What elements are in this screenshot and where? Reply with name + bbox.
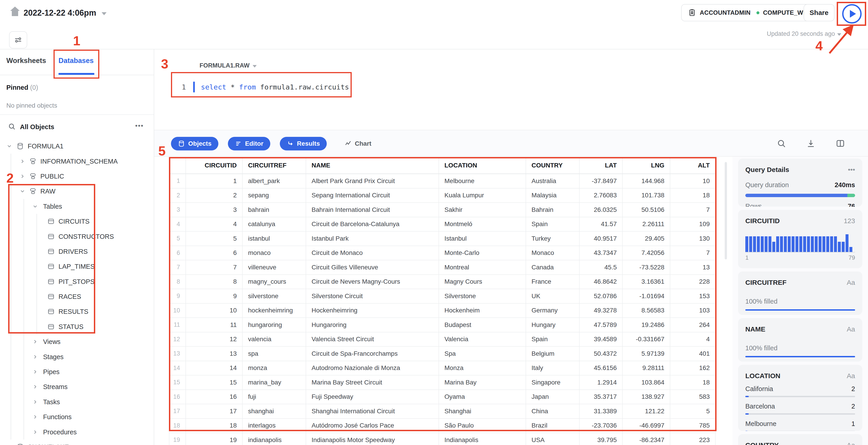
table-cell: 228 (670, 275, 716, 289)
title-dropdown-caret-icon[interactable] (101, 12, 106, 15)
table-row[interactable]: 33bahrainBahrain International CircuitSa… (169, 203, 716, 217)
table-row[interactable]: 1515marina_bayMarina Bay Street CircuitM… (169, 375, 716, 390)
table-icon (47, 278, 55, 285)
column-header-name[interactable]: NAME (306, 157, 439, 174)
more-options-icon[interactable]: ••• (135, 122, 144, 130)
column-header-circuitid[interactable]: CIRCUITID (186, 157, 243, 174)
histogram-bar (753, 236, 756, 252)
tree-item-tasks[interactable]: Tasks (0, 395, 154, 409)
table-scrollbar[interactable] (725, 162, 727, 260)
chevron-right-icon[interactable] (32, 384, 38, 390)
table-row[interactable]: 1313spaCircuit de Spa-FrancorchampsSpaBe… (169, 347, 716, 361)
run-button[interactable] (842, 4, 862, 24)
view-tab-editor[interactable]: Editor (228, 137, 270, 150)
table-row[interactable]: 1717shanghaiShanghai International Circu… (169, 404, 716, 419)
tree-item-stages[interactable]: Stages (0, 349, 154, 364)
table-row[interactable]: 1919indianapolisIndianapolis Motor Speed… (169, 433, 716, 445)
tree-item-pit_stops[interactable]: PIT_STOPS (0, 274, 154, 289)
view-tab-objects[interactable]: Objects (171, 137, 218, 150)
download-icon[interactable] (806, 138, 816, 148)
chevron-down-icon[interactable] (32, 203, 38, 209)
chevron-right-icon[interactable] (32, 369, 38, 375)
table-row[interactable]: 44catalunyaCircuit de Barcelona-Cataluny… (169, 217, 716, 232)
tree-item-races[interactable]: RACES (0, 289, 154, 304)
active-tab-underline (59, 73, 94, 75)
table-row[interactable]: 11albert_parkAlbert Park Grand Prix Circ… (169, 174, 716, 189)
table-row[interactable]: 1616fujiFuji SpeedwayOyamaJapan35.371713… (169, 390, 716, 405)
tree-item-public[interactable]: PUBLIC (0, 169, 154, 184)
table-row[interactable]: 1212valenciaValencia Street CircuitValen… (169, 332, 716, 347)
updated-status[interactable]: Updated 20 seconds ago (735, 30, 841, 37)
view-tab-results[interactable]: Results (280, 137, 327, 150)
table-row[interactable]: 55istanbulIstanbul ParkIstanbulTurkey40.… (169, 232, 716, 246)
tab-databases[interactable]: Databases (59, 57, 94, 65)
schema-icon (29, 187, 37, 195)
column-header-lat[interactable]: LAT (580, 157, 623, 174)
table-cell: 13 (186, 347, 243, 361)
histogram-bar (784, 236, 787, 252)
schema-icon (29, 158, 37, 165)
table-row[interactable]: 88magny_coursCircuit de Nevers Magny-Cou… (169, 275, 716, 289)
table-cell: 583 (670, 390, 716, 405)
table-cell: Shanghai (439, 404, 526, 419)
tree-item-drivers[interactable]: DRIVERS (0, 244, 154, 259)
tree-item-functions[interactable]: Functions (0, 409, 154, 424)
table-row[interactable]: 1010hockenheimringHockenheimringHockenhe… (169, 304, 716, 318)
circuitid-histogram[interactable] (745, 234, 855, 252)
chevron-down-icon[interactable] (20, 188, 25, 194)
chevron-right-icon[interactable] (20, 159, 25, 164)
home-icon[interactable] (9, 5, 21, 18)
chevron-down-icon[interactable] (6, 143, 12, 149)
tree-item-formula1[interactable]: FORMULA1 (0, 139, 154, 153)
table-row[interactable]: 77villeneuveCircuit Gilles VilleneuveMon… (169, 260, 716, 275)
tree-item-snowflake[interactable]: SNOWFLAKE (0, 440, 154, 445)
table-row[interactable]: 99silverstoneSilverstone CircuitSilverst… (169, 289, 716, 304)
column-header-location[interactable]: LOCATION (439, 157, 526, 174)
table-cell: Brazil (526, 419, 580, 433)
pinned-count: (0) (30, 84, 38, 91)
chevron-right-icon[interactable] (6, 444, 12, 445)
context-selector[interactable]: ACCOUNTADMIN COMPUTE_WH (681, 4, 814, 21)
share-button[interactable]: Share (804, 4, 834, 21)
column-header-country[interactable]: COUNTRY (526, 157, 580, 174)
tree-item-status[interactable]: STATUS (0, 319, 154, 334)
tree-item-constructors[interactable]: CONSTRUCTORS (0, 229, 154, 244)
sql-editor[interactable]: FORMULA1.RAW 1 select * from formula1.ra… (154, 49, 868, 130)
search-results-icon[interactable] (776, 138, 786, 148)
chevron-right-icon[interactable] (32, 429, 38, 435)
object-search[interactable]: All Objects ••• (0, 122, 154, 135)
tab-worksheets[interactable]: Worksheets (6, 57, 46, 65)
filters-button[interactable] (9, 31, 27, 48)
table-row[interactable]: 1414monzaAutodromo Nazionale di MonzaMon… (169, 361, 716, 376)
tree-item-tables[interactable]: Tables (0, 199, 154, 214)
column-header-lng[interactable]: LNG (623, 157, 670, 174)
table-cell: Melbourne (439, 174, 526, 189)
split-view-icon[interactable] (835, 138, 845, 148)
tree-item-views[interactable]: Views (0, 334, 154, 349)
tree-item-raw[interactable]: RAW (0, 184, 154, 199)
tree-item-pipes[interactable]: Pipes (0, 364, 154, 379)
tree-item-label: STATUS (59, 323, 84, 330)
card-menu-icon[interactable]: ••• (848, 166, 855, 174)
tree-item-circuits[interactable]: CIRCUITS (0, 214, 154, 229)
tree-item-procedures[interactable]: Procedures (0, 424, 154, 439)
tree-item-lap_times[interactable]: LAP_TIMES (0, 259, 154, 274)
sql-statement[interactable]: select * from formula1.raw.circuits (201, 83, 349, 91)
search-icon[interactable] (8, 122, 16, 131)
tree-item-information_schema[interactable]: INFORMATION_SCHEMA (0, 153, 154, 169)
chevron-right-icon[interactable] (32, 414, 38, 420)
chevron-right-icon[interactable] (20, 173, 25, 179)
table-row[interactable]: 1818interlagosAutódromo José Carlos Pace… (169, 419, 716, 433)
chevron-right-icon[interactable] (32, 354, 38, 360)
column-header-circuitref[interactable]: CIRCUITREF (243, 157, 306, 174)
table-row[interactable]: 66monacoCircuit de MonacoMonte-CarloMona… (169, 246, 716, 261)
column-header-alt[interactable]: ALT (670, 157, 716, 174)
chevron-right-icon[interactable] (32, 339, 38, 345)
view-tab-chart[interactable]: Chart (344, 140, 371, 147)
tree-item-results[interactable]: RESULTS (0, 304, 154, 319)
table-row[interactable]: 1111hungaroringHungaroringBudapestHungar… (169, 318, 716, 332)
table-row[interactable]: 22sepangSepang International CircuitKual… (169, 189, 716, 203)
chevron-right-icon[interactable] (32, 399, 38, 405)
tree-item-streams[interactable]: Streams (0, 379, 154, 394)
editor-context-selector[interactable]: FORMULA1.RAW (199, 62, 257, 69)
